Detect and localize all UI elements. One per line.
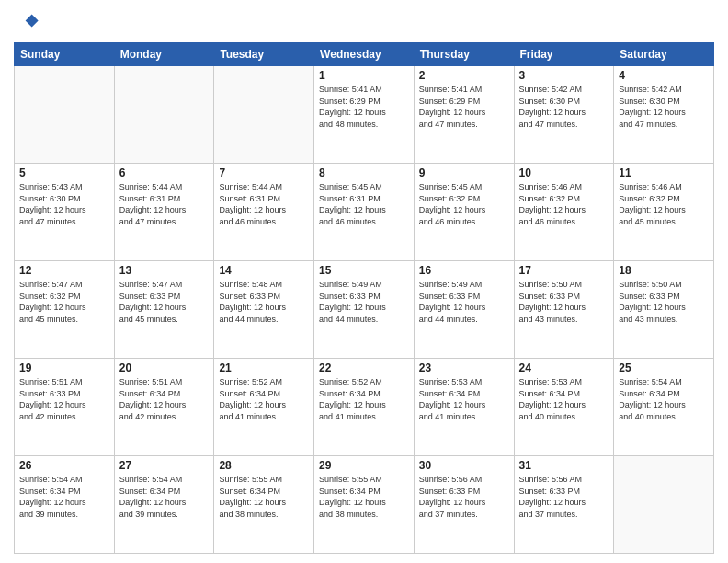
calendar-cell: 26Sunrise: 5:54 AMSunset: 6:34 PMDayligh… [15,456,115,554]
day-number: 17 [519,264,609,277]
cell-info: Sunrise: 5:55 AMSunset: 6:34 PMDaylight:… [319,474,409,520]
day-header: Monday [114,43,214,66]
calendar-cell: 30Sunrise: 5:56 AMSunset: 6:33 PMDayligh… [414,456,514,554]
calendar-cell: 24Sunrise: 5:53 AMSunset: 6:34 PMDayligh… [514,359,614,456]
day-number: 21 [219,362,309,374]
cell-info: Sunrise: 5:56 AMSunset: 6:33 PMDaylight:… [519,474,609,520]
calendar-cell: 3Sunrise: 5:42 AMSunset: 6:30 PMDaylight… [514,66,614,164]
cell-info: Sunrise: 5:47 AMSunset: 6:33 PMDaylight:… [119,279,210,325]
calendar-cell: 8Sunrise: 5:45 AMSunset: 6:31 PMDaylight… [314,164,415,261]
day-number: 8 [319,167,409,179]
calendar-cell: 1Sunrise: 5:41 AMSunset: 6:29 PMDaylight… [314,66,415,164]
cell-info: Sunrise: 5:41 AMSunset: 6:29 PMDaylight:… [319,84,409,130]
day-number: 27 [119,459,210,472]
day-number: 1 [319,69,409,82]
cell-info: Sunrise: 5:47 AMSunset: 6:32 PMDaylight:… [19,279,109,325]
day-number: 6 [119,167,210,179]
day-number: 23 [419,362,509,374]
day-number: 15 [319,264,409,277]
day-number: 7 [219,167,309,179]
day-number: 31 [519,459,609,472]
calendar-cell [614,456,714,554]
cell-info: Sunrise: 5:45 AMSunset: 6:32 PMDaylight:… [419,181,509,227]
cell-info: Sunrise: 5:48 AMSunset: 6:33 PMDaylight:… [219,279,309,325]
cell-info: Sunrise: 5:52 AMSunset: 6:34 PMDaylight:… [319,376,409,422]
cell-info: Sunrise: 5:44 AMSunset: 6:31 PMDaylight:… [119,181,210,227]
day-number: 2 [419,69,509,82]
day-number: 3 [519,69,609,82]
calendar-cell: 22Sunrise: 5:52 AMSunset: 6:34 PMDayligh… [314,359,415,456]
page: SundayMondayTuesdayWednesdayThursdayFrid… [0,0,728,563]
calendar-cell: 18Sunrise: 5:50 AMSunset: 6:33 PMDayligh… [614,261,714,359]
calendar-week: 5Sunrise: 5:43 AMSunset: 6:30 PMDaylight… [15,164,714,261]
day-number: 26 [19,459,109,472]
calendar-cell [114,66,214,164]
day-header: Wednesday [314,43,415,66]
cell-info: Sunrise: 5:53 AMSunset: 6:34 PMDaylight:… [519,376,609,422]
day-header: Thursday [414,43,514,66]
day-header: Sunday [15,43,115,66]
day-number: 12 [19,264,109,277]
cell-info: Sunrise: 5:55 AMSunset: 6:34 PMDaylight:… [219,474,309,520]
day-number: 5 [19,167,109,179]
calendar-cell: 21Sunrise: 5:52 AMSunset: 6:34 PMDayligh… [214,359,314,456]
day-number: 14 [219,264,309,277]
day-number: 10 [519,167,609,179]
day-number: 28 [219,459,309,472]
day-number: 16 [419,264,509,277]
calendar-week: 12Sunrise: 5:47 AMSunset: 6:32 PMDayligh… [15,261,714,359]
cell-info: Sunrise: 5:53 AMSunset: 6:34 PMDaylight:… [419,376,509,422]
calendar-cell: 25Sunrise: 5:54 AMSunset: 6:34 PMDayligh… [614,359,714,456]
calendar-week: 1Sunrise: 5:41 AMSunset: 6:29 PMDaylight… [15,66,714,164]
cell-info: Sunrise: 5:46 AMSunset: 6:32 PMDaylight:… [619,181,709,227]
cell-info: Sunrise: 5:51 AMSunset: 6:34 PMDaylight:… [119,376,210,422]
day-number: 11 [619,167,709,179]
day-number: 29 [319,459,409,472]
calendar-cell: 9Sunrise: 5:45 AMSunset: 6:32 PMDaylight… [414,164,514,261]
day-number: 20 [119,362,210,374]
day-number: 13 [119,264,210,277]
day-number: 30 [419,459,509,472]
calendar-cell: 5Sunrise: 5:43 AMSunset: 6:30 PMDaylight… [15,164,115,261]
calendar-cell: 31Sunrise: 5:56 AMSunset: 6:33 PMDayligh… [514,456,614,554]
calendar-cell: 13Sunrise: 5:47 AMSunset: 6:33 PMDayligh… [114,261,214,359]
cell-info: Sunrise: 5:42 AMSunset: 6:30 PMDaylight:… [619,84,709,130]
calendar-cell: 14Sunrise: 5:48 AMSunset: 6:33 PMDayligh… [214,261,314,359]
calendar-cell: 11Sunrise: 5:46 AMSunset: 6:32 PMDayligh… [614,164,714,261]
cell-info: Sunrise: 5:45 AMSunset: 6:31 PMDaylight:… [319,181,409,227]
calendar-cell: 2Sunrise: 5:41 AMSunset: 6:29 PMDaylight… [414,66,514,164]
day-header: Saturday [614,43,714,66]
calendar-cell: 12Sunrise: 5:47 AMSunset: 6:32 PMDayligh… [15,261,115,359]
calendar-cell: 20Sunrise: 5:51 AMSunset: 6:34 PMDayligh… [114,359,214,456]
svg-marker-0 [26,15,39,28]
cell-info: Sunrise: 5:50 AMSunset: 6:33 PMDaylight:… [519,279,609,325]
calendar-cell: 4Sunrise: 5:42 AMSunset: 6:30 PMDaylight… [614,66,714,164]
cell-info: Sunrise: 5:54 AMSunset: 6:34 PMDaylight:… [119,474,210,520]
logo [14,9,43,35]
cell-info: Sunrise: 5:46 AMSunset: 6:32 PMDaylight:… [519,181,609,227]
cell-info: Sunrise: 5:54 AMSunset: 6:34 PMDaylight:… [19,474,109,520]
cell-info: Sunrise: 5:50 AMSunset: 6:33 PMDaylight:… [619,279,709,325]
calendar-cell: 6Sunrise: 5:44 AMSunset: 6:31 PMDaylight… [114,164,214,261]
cell-info: Sunrise: 5:49 AMSunset: 6:33 PMDaylight:… [419,279,509,325]
day-header: Friday [514,43,614,66]
header-row: SundayMondayTuesdayWednesdayThursdayFrid… [15,43,714,66]
calendar-cell: 16Sunrise: 5:49 AMSunset: 6:33 PMDayligh… [414,261,514,359]
day-number: 24 [519,362,609,374]
calendar-week: 26Sunrise: 5:54 AMSunset: 6:34 PMDayligh… [15,456,714,554]
calendar-cell: 19Sunrise: 5:51 AMSunset: 6:33 PMDayligh… [15,359,115,456]
calendar-cell: 28Sunrise: 5:55 AMSunset: 6:34 PMDayligh… [214,456,314,554]
day-number: 9 [419,167,509,179]
calendar-cell: 23Sunrise: 5:53 AMSunset: 6:34 PMDayligh… [414,359,514,456]
calendar-cell [214,66,314,164]
day-header: Tuesday [214,43,314,66]
day-number: 22 [319,362,409,374]
calendar-cell: 17Sunrise: 5:50 AMSunset: 6:33 PMDayligh… [514,261,614,359]
cell-info: Sunrise: 5:41 AMSunset: 6:29 PMDaylight:… [419,84,509,130]
cell-info: Sunrise: 5:52 AMSunset: 6:34 PMDaylight:… [219,376,309,422]
cell-info: Sunrise: 5:51 AMSunset: 6:33 PMDaylight:… [19,376,109,422]
cell-info: Sunrise: 5:43 AMSunset: 6:30 PMDaylight:… [19,181,109,227]
calendar-week: 19Sunrise: 5:51 AMSunset: 6:33 PMDayligh… [15,359,714,456]
cell-info: Sunrise: 5:54 AMSunset: 6:34 PMDaylight:… [619,376,709,422]
day-number: 18 [619,264,709,277]
